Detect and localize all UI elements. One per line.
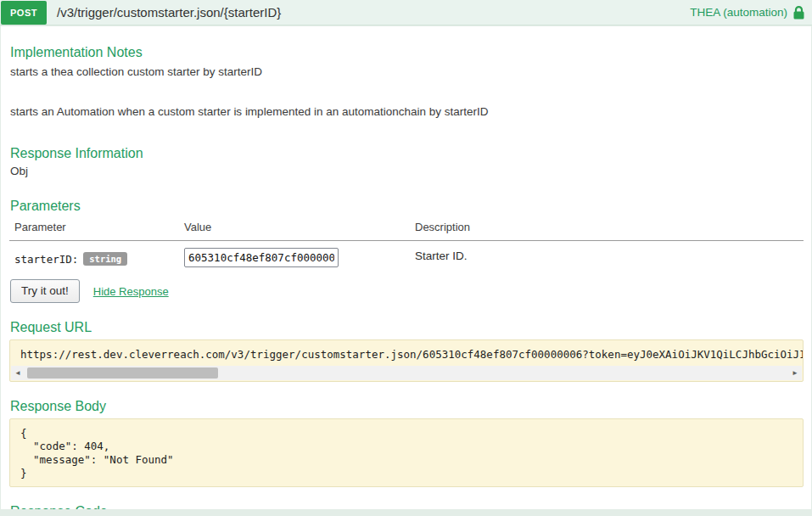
response-body-title: Response Body xyxy=(10,399,804,414)
implementation-notes-line2: starts an Automation when a custom start… xyxy=(10,104,804,121)
lock-icon[interactable] xyxy=(792,6,805,20)
operation-header[interactable]: POST /v3/trigger/customstarter.json/{sta… xyxy=(0,0,812,25)
col-header-description: Description xyxy=(415,221,804,233)
endpoint-path[interactable]: /v3/trigger/customstarter.json/{starterI… xyxy=(57,5,281,20)
parameter-description: Starter ID. xyxy=(415,248,804,262)
parameters-table: Parameter Value Description starterID:st… xyxy=(9,221,804,271)
col-header-parameter: Parameter xyxy=(14,221,184,233)
http-method-badge: POST xyxy=(1,1,47,25)
parameters-section: Parameters Parameter Value Description s… xyxy=(9,199,804,303)
request-url-title: Request URL xyxy=(10,320,804,335)
hide-response-link[interactable]: Hide Response xyxy=(93,285,169,298)
parameters-title: Parameters xyxy=(10,199,804,214)
parameter-value-input[interactable] xyxy=(184,248,339,267)
request-url-text: https://rest.dev.cleverreach.com/v3/trig… xyxy=(10,340,803,366)
response-code-section: Response Code 200 OK xyxy=(9,504,804,509)
response-information-title: Response Information xyxy=(10,146,804,161)
table-row: starterID:string Starter ID. xyxy=(9,241,804,271)
parameter-name: starterID: xyxy=(14,253,78,266)
parameter-type-badge: string xyxy=(83,252,127,266)
col-header-value: Value xyxy=(184,221,415,233)
swagger-operation-panel: POST /v3/trigger/customstarter.json/{sta… xyxy=(0,0,812,516)
actions-row: Try it out! Hide Response xyxy=(10,279,804,303)
response-body-text: { "code": 404, "message": "Not Found" } xyxy=(10,419,803,487)
implementation-notes-line1: starts a thea collection custom starter … xyxy=(10,64,804,81)
implementation-notes-section: Implementation Notes starts a thea colle… xyxy=(9,45,804,120)
horizontal-scrollbar[interactable]: ◄ ► xyxy=(11,366,802,380)
response-body-box: { "code": 404, "message": "Not Found" } xyxy=(9,418,804,488)
auth-scope-label: THEA (automation) xyxy=(690,6,787,19)
parameters-table-header: Parameter Value Description xyxy=(9,221,804,241)
scroll-left-arrow-icon[interactable]: ◄ xyxy=(11,366,25,380)
response-information-section: Response Information Obj xyxy=(9,146,804,177)
request-url-box: https://rest.dev.cleverreach.com/v3/trig… xyxy=(9,339,804,382)
response-body-section: Response Body { "code": 404, "message": … xyxy=(9,399,804,488)
operation-content: Implementation Notes starts a thea colle… xyxy=(1,26,811,509)
response-code-title: Response Code xyxy=(10,504,804,509)
try-it-out-button[interactable]: Try it out! xyxy=(10,279,80,303)
request-url-section: Request URL https://rest.dev.cleverreach… xyxy=(9,320,804,382)
scroll-right-arrow-icon[interactable]: ► xyxy=(788,366,802,380)
implementation-notes-title: Implementation Notes xyxy=(10,45,804,60)
scrollbar-thumb[interactable] xyxy=(27,367,218,379)
auth-area: THEA (automation) xyxy=(690,6,805,20)
response-information-value: Obj xyxy=(10,165,804,177)
